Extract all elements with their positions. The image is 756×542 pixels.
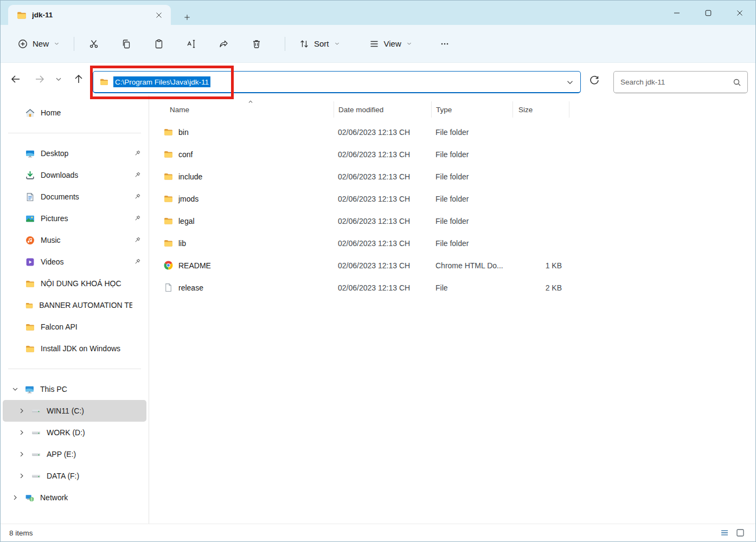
pictures-icon [25, 214, 35, 223]
file-row-release[interactable]: release 02/06/2023 12:13 CH File 2 KB [149, 276, 755, 299]
sidebar-item-videos[interactable]: Videos [3, 251, 146, 273]
sidebar-item-work-d[interactable]: WORK (D:) [3, 422, 146, 443]
folder-icon [164, 150, 173, 159]
toolbar-separator [74, 37, 74, 51]
column-header-size[interactable]: Size [512, 101, 569, 118]
downloads-icon [25, 171, 35, 180]
up-button[interactable] [69, 69, 88, 89]
large-icons-view-button[interactable] [734, 526, 747, 539]
chevron-right-icon[interactable] [18, 429, 25, 436]
sidebar-item-network[interactable]: Network [3, 487, 146, 508]
file-list: Name Date modified Type Size bin 02/06/2… [149, 95, 755, 524]
file-row-readme[interactable]: README 02/06/2023 12:13 CH Chrome HTML D… [149, 254, 755, 276]
sidebar-item-noi-dung-khoa-hoc[interactable]: NỘI DUNG KHOÁ HỌC [3, 273, 146, 294]
recent-locations-button[interactable] [52, 69, 66, 89]
file-type: File folder [431, 172, 512, 181]
sidebar-item-falcon-api[interactable]: Falcon API [3, 316, 146, 338]
folder-icon [164, 216, 173, 225]
column-header-type[interactable]: Type [431, 101, 512, 118]
drive-icon [31, 428, 41, 437]
address-bar[interactable]: C:\Program Files\Java\jdk-11 [93, 71, 581, 93]
file-row-lib[interactable]: lib 02/06/2023 12:13 CH File folder [149, 232, 755, 254]
sidebar-item-downloads[interactable]: Downloads [3, 164, 146, 186]
rename-button[interactable] [180, 33, 203, 55]
file-date: 02/06/2023 12:13 CH [334, 261, 431, 270]
file-row-legal[interactable]: legal 02/06/2023 12:13 CH File folder [149, 210, 755, 232]
sidebar-item-win11-c[interactable]: WIN11 (C:) [3, 400, 146, 422]
sidebar-item-home[interactable]: Home [3, 102, 146, 124]
sidebar-item-desktop[interactable]: Desktop [3, 143, 146, 164]
sidebar-item-this-pc[interactable]: This PC [3, 378, 146, 400]
file-row-bin[interactable]: bin 02/06/2023 12:13 CH File folder [149, 121, 755, 143]
sidebar-item-banner-automation-testing[interactable]: BANNER AUTOMATION TESTIN [3, 294, 146, 316]
sort-button[interactable]: Sort [293, 33, 347, 55]
plus-circle-icon [18, 39, 28, 49]
details-view-icon [720, 528, 729, 537]
folder-icon [100, 78, 108, 86]
tab-jdk-11[interactable]: jdk-11 [8, 5, 171, 25]
file-type: File folder [431, 195, 512, 203]
address-path-selected-text[interactable]: C:\Program Files\Java\jdk-11 [113, 76, 210, 87]
file-type: File folder [431, 150, 512, 159]
search-input[interactable] [614, 72, 747, 93]
column-headers: Name Date modified Type Size [149, 101, 755, 118]
chevron-right-icon[interactable] [18, 450, 25, 458]
view-button-label: View [384, 39, 401, 48]
share-button[interactable] [212, 33, 236, 55]
back-arrow-icon [11, 74, 21, 84]
sidebar-item-label: BANNER AUTOMATION TESTIN [39, 301, 132, 309]
drive-icon [31, 406, 41, 416]
column-header-name[interactable]: Name [149, 101, 334, 118]
sidebar-item-install-jdk-on-windows[interactable]: Install JDK on Windows [3, 338, 146, 359]
tab-close-button[interactable] [152, 9, 165, 22]
file-date: 02/06/2023 12:13 CH [334, 128, 431, 137]
home-icon [25, 108, 35, 118]
cut-button[interactable] [82, 33, 106, 55]
file-name: README [178, 261, 211, 270]
chevron-down-icon[interactable] [11, 385, 19, 393]
paste-button[interactable] [147, 33, 171, 55]
search-box [613, 71, 748, 93]
chevron-right-icon[interactable] [18, 407, 25, 415]
file-type: File folder [431, 217, 512, 225]
file-name: release [178, 283, 203, 292]
minimize-icon [674, 10, 680, 16]
chevron-right-icon[interactable] [11, 494, 19, 501]
chevron-right-icon[interactable] [18, 472, 25, 480]
chevron-down-icon[interactable] [566, 78, 574, 87]
forward-button[interactable] [30, 69, 49, 89]
file-type: Chrome HTML Do... [431, 261, 512, 270]
documents-icon [25, 192, 35, 202]
drive-icon [31, 450, 41, 459]
file-row-jmods[interactable]: jmods 02/06/2023 12:13 CH File folder [149, 188, 755, 210]
toolbar-separator [285, 37, 285, 51]
file-type: File folder [431, 128, 512, 137]
plus-icon [183, 14, 191, 21]
sidebar-item-pictures[interactable]: Pictures [3, 208, 146, 229]
new-tab-button[interactable] [181, 11, 194, 24]
delete-button[interactable] [245, 33, 268, 55]
close-button[interactable] [724, 1, 755, 25]
column-header-date-modified[interactable]: Date modified [334, 101, 431, 118]
refresh-button[interactable] [585, 70, 604, 90]
back-button[interactable] [6, 69, 25, 89]
details-view-button[interactable] [718, 526, 731, 539]
sidebar-item-app-e[interactable]: APP (E:) [3, 443, 146, 465]
desktop-icon [25, 149, 35, 158]
this-pc-icon [25, 385, 34, 394]
title-bar: jdk-11 [1, 1, 755, 25]
sidebar-item-documents[interactable]: Documents [3, 186, 146, 208]
maximize-button[interactable] [693, 1, 724, 25]
sidebar-item-data-f[interactable]: DATA (F:) [3, 465, 146, 487]
sidebar-item-music[interactable]: Music [3, 229, 146, 251]
videos-icon [25, 257, 35, 267]
copy-button[interactable] [114, 33, 138, 55]
pin-icon [133, 193, 141, 201]
more-options-button[interactable] [433, 33, 457, 55]
minimize-button[interactable] [661, 1, 693, 25]
file-row-conf[interactable]: conf 02/06/2023 12:13 CH File folder [149, 143, 755, 165]
view-list-icon [369, 39, 379, 49]
new-button[interactable]: New [11, 33, 66, 55]
view-button[interactable]: View [363, 33, 419, 55]
file-row-include[interactable]: include 02/06/2023 12:13 CH File folder [149, 165, 755, 188]
